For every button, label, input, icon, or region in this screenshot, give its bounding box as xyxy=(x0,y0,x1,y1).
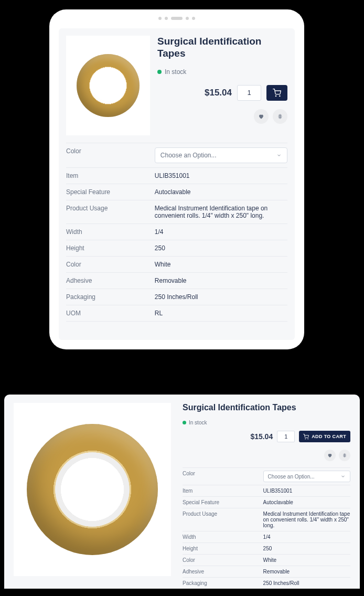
table-row: Packaging250 Inches/Roll xyxy=(183,578,350,589)
option-label: Color xyxy=(183,471,263,482)
table-row: Special FeatureAutoclavable xyxy=(183,497,350,508)
product-title: Surgical Identification Tapes xyxy=(183,403,350,412)
heart-icon xyxy=(327,453,333,458)
table-row: AdhesiveRemovable xyxy=(66,273,287,289)
compare-icon xyxy=(277,113,283,120)
select-placeholder: Choose an Option... xyxy=(160,152,217,159)
table-row: Packaging250 Inches/Roll xyxy=(66,289,287,305)
add-to-cart-button[interactable]: ADD TO CART xyxy=(299,431,350,442)
stock-status: In stock xyxy=(183,420,350,425)
stock-indicator-icon xyxy=(157,70,162,74)
laptop-view: Surgical Identification Tapes In stock $… xyxy=(4,395,360,589)
option-label: Color xyxy=(66,147,155,163)
cart-icon xyxy=(273,89,281,97)
table-row: UOMRL xyxy=(66,305,287,322)
tablet-screen: Surgical Identification Tapes In stock $… xyxy=(59,28,295,340)
compare-button[interactable] xyxy=(339,450,350,461)
table-row: Product UsageMedical Instrument Identifi… xyxy=(183,508,350,531)
table-row: ColorWhite xyxy=(183,555,350,566)
stock-indicator-icon xyxy=(183,421,186,424)
table-row: Product UsageMedical Instrument Identifi… xyxy=(66,200,287,224)
table-row: ItemULIB351001 xyxy=(183,485,350,497)
product-price: $15.04 xyxy=(250,432,273,441)
compare-icon xyxy=(342,453,347,458)
wishlist-button[interactable] xyxy=(254,109,269,124)
table-row: AdhesiveRemovable xyxy=(183,566,350,578)
table-row: Width1/4 xyxy=(66,224,287,240)
compare-button[interactable] xyxy=(273,109,287,124)
spec-table: Color Choose an Option... ItemULIB351001… xyxy=(66,143,287,322)
product-title: Surgical Identification Tapes xyxy=(157,36,287,60)
color-select[interactable]: Choose an Option... xyxy=(155,147,287,163)
wishlist-button[interactable] xyxy=(324,450,336,461)
product-price: $15.04 xyxy=(205,88,232,98)
table-row: ColorWhite xyxy=(66,257,287,273)
svg-point-3 xyxy=(308,439,308,439)
table-row: Width1/4 xyxy=(183,531,350,543)
quantity-input[interactable] xyxy=(237,85,261,101)
svg-point-1 xyxy=(280,95,280,96)
spec-table: Color Choose an Option... ItemULIB351001… xyxy=(183,467,350,589)
table-row: Height250 xyxy=(183,543,350,555)
tape-roll-illustration xyxy=(77,54,140,117)
tablet-speaker xyxy=(158,17,195,20)
table-row: Height250 xyxy=(66,240,287,257)
tablet-device-frame: Surgical Identification Tapes In stock $… xyxy=(49,9,304,349)
add-to-cart-button[interactable] xyxy=(266,85,287,101)
quantity-input[interactable] xyxy=(277,431,295,442)
table-row: Special FeatureAutoclavable xyxy=(66,184,287,200)
heart-icon xyxy=(258,113,264,120)
stock-status: In stock xyxy=(157,68,287,76)
select-placeholder: Choose an Option... xyxy=(268,474,315,480)
chevron-down-icon xyxy=(340,474,346,479)
table-row: ItemULIB351001 xyxy=(66,168,287,184)
product-image[interactable] xyxy=(14,403,171,576)
tape-roll-illustration xyxy=(27,424,158,555)
product-image[interactable] xyxy=(66,36,150,135)
add-to-cart-label: ADD TO CART xyxy=(312,434,346,439)
stock-status-text: In stock xyxy=(165,68,186,76)
stock-status-text: In stock xyxy=(189,420,207,425)
cart-icon xyxy=(303,434,309,440)
svg-point-2 xyxy=(305,439,306,439)
chevron-down-icon xyxy=(276,153,282,158)
color-select[interactable]: Choose an Option... xyxy=(263,471,350,482)
svg-point-0 xyxy=(275,95,276,96)
